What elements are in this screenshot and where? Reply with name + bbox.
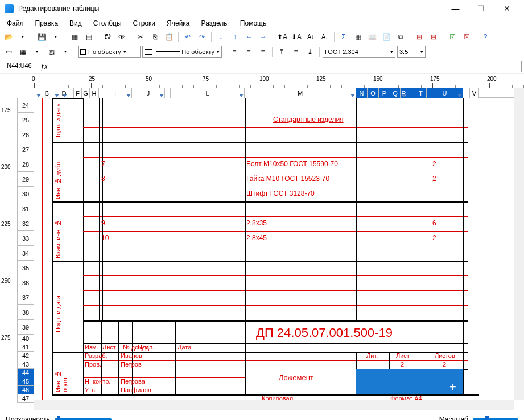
col-header-F[interactable]: F	[74, 88, 82, 98]
menu-Вид[interactable]: Вид	[65, 18, 86, 28]
col-header-D[interactable]: D	[60, 88, 68, 98]
arrow-up-icon[interactable]: ↑	[229, 31, 241, 43]
sort-desc-icon[interactable]: ⬇A	[290, 31, 303, 43]
row-header-41[interactable]: 41	[17, 343, 34, 352]
row-header-35[interactable]: 35	[17, 261, 34, 275]
select-icon[interactable]: ▭	[2, 46, 15, 58]
col-header-blank[interactable]	[34, 88, 42, 98]
open-dropdown-icon[interactable]: ▾	[16, 31, 29, 43]
vertical-scrollbar[interactable]	[514, 88, 524, 400]
delete-col-icon[interactable]: ⊟	[413, 31, 426, 43]
col-header-L[interactable]: L	[171, 88, 245, 98]
menu-Строки[interactable]: Строки	[129, 18, 160, 28]
menu-Столбцы[interactable]: Столбцы	[89, 18, 126, 28]
col-header-B[interactable]: B	[42, 88, 52, 98]
border-combo[interactable]: По объекту▾	[142, 46, 222, 58]
menu-Разделы[interactable]: Разделы	[197, 18, 233, 28]
row-header-33[interactable]: 33	[17, 231, 34, 246]
row-header-30[interactable]: 30	[17, 187, 34, 201]
book-icon[interactable]: 📖	[366, 31, 378, 43]
col-header-V[interactable]: V	[470, 88, 479, 98]
row-header-46[interactable]: 46	[17, 386, 34, 394]
row-header-45[interactable]: 45	[17, 377, 34, 386]
row-header-43[interactable]: 43	[17, 360, 34, 369]
row-header-25[interactable]: 25	[17, 113, 34, 127]
col-header-P[interactable]: P	[379, 88, 390, 98]
align-center-icon[interactable]: ≡	[242, 46, 255, 58]
row-header-31[interactable]: 31	[17, 201, 34, 216]
menu-Правка[interactable]: Правка	[31, 18, 63, 28]
refresh-icon[interactable]: 🗘	[101, 31, 114, 43]
eye-icon[interactable]: 👁	[115, 31, 128, 43]
undo-icon[interactable]: ↶	[181, 31, 194, 43]
row-header-32[interactable]: 32	[17, 216, 34, 231]
arrow-right-icon[interactable]: →	[257, 31, 270, 43]
col-header-U[interactable]: U	[427, 88, 463, 98]
col-header-Q[interactable]: Q	[390, 88, 401, 98]
col-header-blank[interactable]	[165, 88, 171, 98]
align-right-icon[interactable]: ≡	[257, 46, 269, 58]
table-icon[interactable]: ▦	[68, 31, 81, 43]
col-header-blank[interactable]	[407, 88, 415, 98]
col-header-O[interactable]: O	[368, 88, 379, 98]
props-icon[interactable]: 📄	[380, 31, 393, 43]
cut-icon[interactable]: ✂	[134, 31, 147, 43]
minimize-button[interactable]: —	[443, 1, 468, 17]
spreadsheet-canvas[interactable]: Подп. и датаИнв. № дубл.Взам. инв. №Подп…	[34, 98, 514, 400]
col-header-blank[interactable]	[52, 88, 60, 98]
arrow-left-icon[interactable]: ←	[243, 31, 255, 43]
arrow-down-icon[interactable]: ↓	[214, 31, 227, 43]
menu-Файл[interactable]: Файл	[2, 18, 28, 28]
check-icon[interactable]: ☑	[446, 31, 459, 43]
row-header-24[interactable]: 24	[17, 98, 34, 113]
row-header-42[interactable]: 42	[17, 352, 34, 360]
col-header-J[interactable]: J	[132, 88, 165, 98]
open-icon[interactable]: 📂	[2, 31, 15, 43]
save-dropdown-icon[interactable]: ▾	[49, 31, 62, 43]
close-button[interactable]: ✕	[494, 1, 519, 17]
row-header-38[interactable]: 38	[17, 305, 34, 320]
save-icon[interactable]: 💾	[35, 31, 48, 43]
align-left-icon[interactable]: ≡	[228, 46, 241, 58]
row-header-40[interactable]: 40	[17, 335, 34, 343]
cell-reference[interactable]: N44:U46	[2, 61, 36, 72]
column-headers[interactable]: BDFGHIJLMNOPQRTUV	[34, 88, 514, 98]
col-header-G[interactable]: G	[82, 88, 90, 98]
row-header-39[interactable]: 39	[17, 320, 34, 335]
col-header-I[interactable]: I	[99, 88, 132, 98]
row-header-26[interactable]: 26	[17, 127, 34, 142]
menu-Помощь[interactable]: Помощь	[236, 18, 271, 28]
help-icon[interactable]: ?	[479, 31, 492, 43]
col-header-blank[interactable]	[68, 88, 74, 98]
paste-icon[interactable]: 📋	[163, 31, 175, 43]
redo-icon[interactable]: ↷	[196, 31, 208, 43]
sort-asc-icon[interactable]: ⬆A	[276, 31, 288, 43]
copy-icon[interactable]: ⎘	[148, 31, 161, 43]
menu-Ячейка[interactable]: Ячейка	[162, 18, 194, 28]
fill-combo[interactable]: По объекту▾	[78, 46, 141, 58]
font-combo[interactable]: ГОСТ 2.304▾	[323, 46, 395, 58]
transparency-slider[interactable]	[55, 418, 112, 421]
valign-top-icon[interactable]: ⤒	[275, 46, 288, 58]
split-icon[interactable]: ▾	[31, 46, 43, 58]
table2-icon[interactable]: ▤	[82, 31, 95, 43]
row-header-28[interactable]: 28	[17, 157, 34, 172]
row-header-29[interactable]: 29	[17, 172, 34, 187]
col-header-T[interactable]: T	[415, 88, 427, 98]
maximize-button[interactable]: ☐	[468, 1, 494, 17]
filter-icon[interactable]: A↕	[304, 31, 317, 43]
sum-icon[interactable]: Σ	[337, 31, 350, 43]
row-header-47[interactable]: 47	[17, 394, 34, 403]
valign-bot-icon[interactable]: ⤓	[304, 46, 316, 58]
row-header-34[interactable]: 34	[17, 246, 34, 261]
row-header-36[interactable]: 36	[17, 275, 34, 290]
valign-mid-icon[interactable]: ≡	[290, 46, 302, 58]
grid-icon[interactable]: ▦	[352, 31, 364, 43]
row-header-44[interactable]: 44	[17, 369, 34, 377]
scale-slider[interactable]	[473, 418, 518, 421]
row-headers[interactable]: 2425262728293031323334353637383940414243…	[17, 98, 34, 400]
row-header-37[interactable]: 37	[17, 290, 34, 305]
layers-icon[interactable]: ⧉	[394, 31, 407, 43]
pattern-dd-icon[interactable]: ▾	[59, 46, 72, 58]
col-header-M[interactable]: M	[245, 88, 356, 98]
